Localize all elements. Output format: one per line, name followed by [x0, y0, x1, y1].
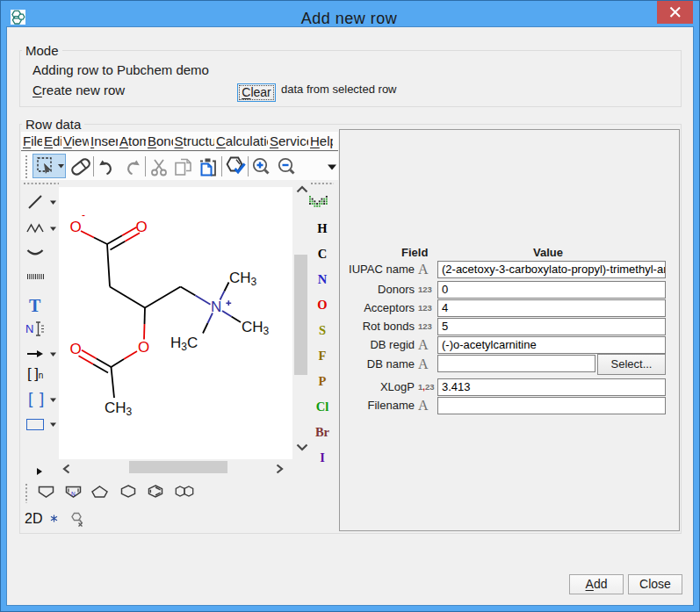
- svg-text:N: N: [25, 322, 33, 335]
- svg-text:O: O: [70, 341, 82, 357]
- svg-text:O: O: [138, 339, 149, 356]
- svg-text:H3C: H3C: [170, 335, 198, 353]
- svg-text:CH3: CH3: [229, 270, 257, 288]
- svg-text:N: N: [71, 491, 76, 497]
- svg-text:CH3: CH3: [242, 319, 270, 337]
- svg-text:-: -: [82, 209, 85, 221]
- svg-text:O: O: [136, 219, 148, 235]
- svg-text:O: O: [70, 219, 82, 235]
- svg-text:CH3: CH3: [105, 400, 133, 418]
- svg-text:N: N: [211, 299, 221, 315]
